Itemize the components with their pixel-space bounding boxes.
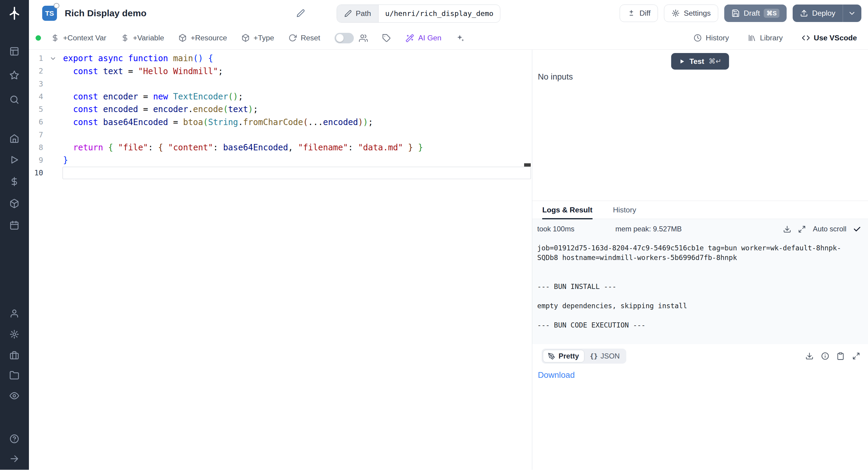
result-info-button[interactable] [821,352,830,361]
diff-button[interactable]: Diff [620,4,658,22]
settings-button[interactable]: Settings [664,4,718,22]
sidebar-help-button[interactable] [8,432,21,445]
users-icon[interactable] [359,34,368,42]
result-tools [805,352,860,361]
test-button[interactable]: Test ⌘↵ [671,53,729,70]
logs-took: took 100ms [537,225,575,233]
log-line [537,272,843,282]
add-type-button[interactable]: +Type [241,34,274,42]
download-icon [783,225,792,233]
sidebar-runs-button[interactable] [8,153,21,167]
tab-history[interactable]: History [613,201,636,219]
no-inputs-label: No inputs [538,72,572,82]
user-icon [9,308,19,318]
log-lines: job=01912d75-163d-8204-47c9-5469c516cb1e… [532,239,868,330]
add-resource-button[interactable]: +Resource [179,34,227,42]
auto-scroll-checkbox[interactable] [853,225,861,233]
cube-icon [241,34,250,42]
copy-result-button[interactable] [836,352,845,361]
expand-result-button[interactable] [852,352,861,361]
path-edit-button[interactable]: Path [337,5,378,23]
pen-icon [548,352,555,360]
folder-icon [9,370,19,380]
cube-icon [9,198,19,209]
sidebar-variables-button[interactable] [8,175,21,188]
sidebar-grid-button[interactable] [8,45,21,58]
reset-button[interactable]: Reset [288,34,320,42]
code-editor[interactable]: 1export async function main() {2 const t… [29,50,532,470]
add-variable-button[interactable]: +Variable [121,34,164,42]
json-tab[interactable]: {} JSON [584,350,625,363]
code-line[interactable]: 3 [29,77,532,90]
pencil-icon [344,10,352,18]
home-icon [9,133,19,144]
code-line[interactable]: 4 const encoder = new TextEncoder(); [29,90,532,103]
sidebar-folders-button[interactable] [8,369,21,382]
dollar-icon [51,34,59,42]
add-context-var-button[interactable]: +Context Var [51,34,106,42]
tab-logs-result[interactable]: Logs & Result [542,201,592,219]
sidebar [0,0,29,470]
result-view-switch: Pretty {} JSON [541,349,626,364]
code-line[interactable]: 7 [29,128,532,141]
history-button[interactable]: History [693,34,729,42]
sidebar-schedules-button[interactable] [8,219,21,232]
sidebar-users-button[interactable] [8,307,21,320]
code-line[interactable]: 9} [29,154,532,167]
eye-icon [9,391,19,401]
pretty-tab[interactable]: Pretty [543,350,584,363]
code-line[interactable]: 6 const base64Encoded = btoa(String.from… [29,116,532,128]
ai-gen-button[interactable]: AI Gen [405,34,441,42]
line-number: 6 [29,118,43,126]
download-result-button[interactable] [805,352,814,361]
format-tag-button[interactable] [382,34,391,42]
download-icon [805,352,814,361]
run-section: Test ⌘↵ No inputs [532,50,868,201]
page-title: Rich Display demo [65,8,147,19]
line-number: 9 [29,156,43,164]
path-value[interactable]: u/henri/rich_display_demo [378,5,500,23]
ai-sparkles-button[interactable] [456,34,464,42]
language-badge: TS [42,6,57,21]
download-logs-button[interactable] [783,225,792,233]
calendar-icon [9,220,19,230]
sidebar-settings-button[interactable] [8,327,21,341]
tag-icon [382,34,391,42]
sidebar-collapse-button[interactable] [8,452,21,466]
play-icon [679,58,685,64]
expand-logs-button[interactable] [798,225,806,233]
deploy-dropdown-button[interactable] [843,4,861,22]
windmill-app: TS Rich Display demo Path u/henri/rich_d… [0,0,868,470]
deploy-button[interactable]: Deploy [793,4,842,22]
refresh-icon [288,34,297,42]
download-link[interactable]: Download [538,370,575,380]
grid-icon [9,46,19,56]
dollar-icon [121,34,129,42]
edit-summary-icon[interactable] [296,9,305,18]
use-vscode-button[interactable]: Use VScode [802,34,857,42]
draft-shortcut: ⌘S [764,9,779,18]
sidebar-resources-button[interactable] [8,197,21,210]
code-line[interactable]: 8 return { "file": { "content": base64En… [29,141,532,154]
code-line[interactable]: 5 const encoded = encoder.encode(text); [29,103,532,116]
code-line[interactable]: 10 [29,167,532,179]
code-line[interactable]: 2 const text = "Hello Windmill"; [29,65,532,77]
windmill-logo-icon[interactable] [7,5,22,21]
line-number: 2 [29,67,43,75]
code-line[interactable]: 1export async function main() { [29,52,532,65]
line-number: 7 [29,130,43,139]
path-group: Path u/henri/rich_display_demo [337,4,500,23]
logs-section: took 100ms mem peak: 9.527MB Auto scroll… [532,219,868,344]
sidebar-audit-button[interactable] [8,389,21,402]
sidebar-search-button[interactable] [8,93,21,106]
sidebar-workers-button[interactable] [8,349,21,362]
draft-button[interactable]: Draft ⌘S [724,4,786,22]
library-button[interactable]: Library [748,34,783,42]
fold-chevron-icon[interactable] [46,55,60,62]
sidebar-star-button[interactable] [8,69,21,82]
code-lines: 1export async function main() {2 const t… [29,52,532,179]
mode-toggle[interactable] [335,33,354,43]
help-icon [9,434,19,444]
save-icon [732,9,740,18]
sidebar-home-button[interactable] [8,132,21,145]
